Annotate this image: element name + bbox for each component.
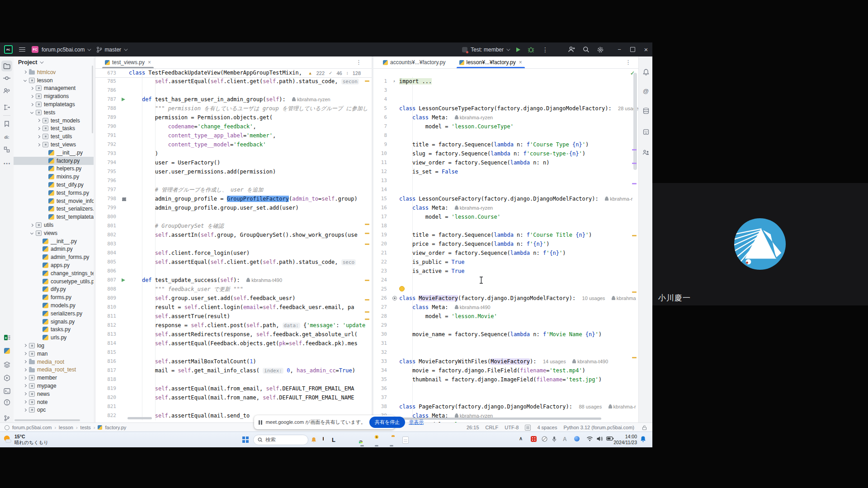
tab-close-icon[interactable]: ×	[519, 59, 522, 66]
layers-tool-icon[interactable]	[1, 359, 12, 370]
more-actions-icon[interactable]: ⋮	[542, 46, 549, 53]
microphone-tray-icon[interactable]	[552, 436, 557, 443]
commit-tool-icon[interactable]	[1, 73, 12, 84]
code-line-17[interactable]: 17 model = 'lesson.Course'	[373, 212, 638, 221]
code-line-5[interactable]: 5class LessonCourseTypeFactory(factory.d…	[373, 104, 638, 113]
gutter-target-icon[interactable]	[392, 296, 397, 300]
notify-app-icon[interactable]	[311, 436, 316, 445]
code-line-38[interactable]: 38class PageFactory(factory.django.Djang…	[373, 402, 638, 411]
tree-item-serializers.py[interactable]: serializers.py	[14, 310, 94, 318]
code-line-22[interactable]: 22 is_public = True	[373, 258, 638, 267]
battery-icon[interactable]	[606, 436, 614, 442]
error-stripe-mark[interactable]	[365, 233, 369, 234]
error-stripe-mark[interactable]	[632, 235, 637, 236]
sheets-tool-icon[interactable]: x	[1, 332, 12, 343]
tree-item-signals.py[interactable]: signals.py	[14, 318, 94, 326]
code-line-788[interactable]: 788 """ permission を有しているユーザは group を管理し…	[95, 104, 372, 113]
wifi-icon[interactable]	[586, 436, 593, 442]
code-line-800[interactable]: 800	[95, 212, 372, 221]
stop-sharing-button[interactable]: 共有を停止	[369, 417, 405, 428]
code-line-8[interactable]: 8	[373, 131, 638, 140]
tree-chevron-icon[interactable]	[24, 376, 27, 380]
tab-test-views[interactable]: test_views.py ×	[101, 56, 155, 68]
code-line-24[interactable]: 24	[373, 276, 638, 285]
tree-item-mixins.py[interactable]: mixins.py	[14, 173, 94, 181]
tree-item-lesson[interactable]: lesson	[14, 76, 94, 84]
tree-item-tasks.py[interactable]: tasks.py	[14, 326, 94, 334]
code-line-804[interactable]: 804 self.client.force_login(user)	[95, 249, 372, 258]
tree-chevron-icon[interactable]	[24, 400, 27, 404]
tree-item-test_models[interactable]: test_models	[14, 117, 94, 125]
tree-chevron-icon[interactable]	[37, 119, 40, 122]
run-test-icon[interactable]	[122, 278, 125, 282]
tab-bar-options-icon[interactable]: ⋮	[356, 59, 362, 66]
tree-item-media_root_test[interactable]: media_root_test	[14, 366, 94, 374]
tree-item-models.py[interactable]: models.py	[14, 301, 94, 310]
code-line-37[interactable]: 37	[373, 393, 638, 402]
code-line-20[interactable]: 20 price = factory.Sequence(lambda n: f'…	[373, 239, 638, 249]
code-line-813[interactable]: 813 self.assertRedirects(response, self.…	[95, 330, 372, 339]
code-line-816[interactable]: 816 self.assertMailBoxTotalCount(1)	[95, 357, 372, 366]
code-line-814[interactable]: 814 self.assertEqual(Feedback.objects.ge…	[95, 339, 372, 348]
code-line-3[interactable]: 3	[373, 86, 638, 95]
code-line-818[interactable]: 818	[95, 375, 372, 384]
code-line-801[interactable]: 801 # GroupQuerySet を確認	[95, 221, 372, 230]
tree-chevron-icon[interactable]	[37, 135, 40, 138]
right-editor-hscrollbar[interactable]	[395, 418, 601, 420]
tree-chevron-icon[interactable]	[30, 95, 33, 98]
status-widget-4[interactable]: Python 3.12 (forum.pc5bai.com)	[563, 425, 634, 430]
code-line-806[interactable]: 806	[95, 267, 372, 276]
components-tool-icon[interactable]	[1, 144, 12, 155]
tree-item-apps.py[interactable]: apps.py	[14, 261, 94, 269]
code-line-19[interactable]: 19 title = factory.Sequence(lambda n: f'…	[373, 230, 638, 239]
minimize-button[interactable]: −	[616, 46, 623, 53]
tree-item-test_dify.py[interactable]: test_dify.py	[14, 181, 94, 189]
code-line-28[interactable]: 28 model = 'lesson.Movie'	[373, 312, 638, 321]
code-line-795[interactable]: 795 user.user_permissions.add(permission…	[95, 167, 372, 176]
tree-item-__init__.py[interactable]: __init__.py	[14, 237, 94, 245]
code-line-811[interactable]: 811 self.assertTrue(result)	[95, 312, 372, 321]
tray-expand-icon[interactable]: ∧	[519, 436, 523, 441]
tree-chevron-icon[interactable]	[24, 70, 27, 74]
participant-tile[interactable]: 小川慶一	[652, 183, 868, 305]
taskbar-clock[interactable]: 14:002024/11/23	[613, 434, 637, 446]
status-widget-2[interactable]: UTF-8	[505, 425, 519, 430]
code-line-7[interactable]: 7 model = 'lesson.CourseType'	[373, 122, 638, 131]
tree-item-factory.py[interactable]: factory.py	[14, 157, 94, 165]
vcs-branch-widget[interactable]: master	[96, 47, 127, 53]
tree-item-news[interactable]: news	[14, 390, 94, 398]
code-line-29[interactable]: 29	[373, 321, 638, 330]
tree-item-__init__.py[interactable]: __init__.py	[14, 149, 94, 157]
tree-item-tests[interactable]: tests	[14, 108, 94, 117]
tree-item-test_forms.py[interactable]: test_forms.py	[14, 189, 94, 197]
ai-assistant-icon[interactable]: @	[641, 85, 651, 96]
code-line-790[interactable]: 790 codename='change_feedback',	[95, 122, 372, 131]
project-scrollbar-vertical[interactable]	[92, 66, 93, 133]
code-line-32[interactable]: 32	[373, 348, 638, 357]
project-scrollbar-horizontal[interactable]	[14, 419, 80, 421]
error-stripe-mark[interactable]	[632, 357, 637, 358]
error-stripe-mark[interactable]	[365, 224, 369, 225]
tree-chevron-icon[interactable]	[30, 223, 33, 226]
code-line-10[interactable]: 10 slug = factory.Sequence(lambda n: f'c…	[373, 149, 638, 158]
bookmarks-tool-icon[interactable]	[1, 118, 12, 129]
code-line-12[interactable]: 12 is_set = False	[373, 167, 638, 176]
tree-chevron-icon[interactable]	[30, 111, 33, 114]
right-editor-vscrollbar[interactable]	[633, 73, 637, 170]
tree-item-media_root[interactable]: media_root	[14, 358, 94, 366]
terminal-tool-icon[interactable]	[1, 385, 12, 396]
weather-widget[interactable]: 15°C晴れのちくもり	[4, 434, 48, 446]
project-widget[interactable]: FC forum.pc5bai.com	[32, 46, 90, 53]
project-panel-header[interactable]: Project	[14, 56, 94, 68]
code-line-797[interactable]: 797 # 管理者グループを作成し、 user を追加	[95, 185, 372, 194]
vcs-change-mark[interactable]	[632, 149, 637, 150]
error-stripe-mark[interactable]	[365, 80, 369, 82]
error-stripe-mark[interactable]	[365, 319, 369, 320]
python-packages-icon[interactable]	[1, 345, 12, 356]
code-line-789[interactable]: 789 permission = Permission.objects.get(	[95, 113, 372, 122]
tab-accounts-factory[interactable]: accounts¥...¥factory.py	[379, 56, 449, 68]
code-line-27[interactable]: 27 class Meta: kbrahma-t490	[373, 303, 638, 312]
tab-close-icon[interactable]: ×	[148, 59, 151, 66]
breadcrumb[interactable]: forum.pc5bai.com›lesson›tests›factory.py	[0, 425, 126, 430]
tree-chevron-icon[interactable]	[37, 143, 40, 146]
